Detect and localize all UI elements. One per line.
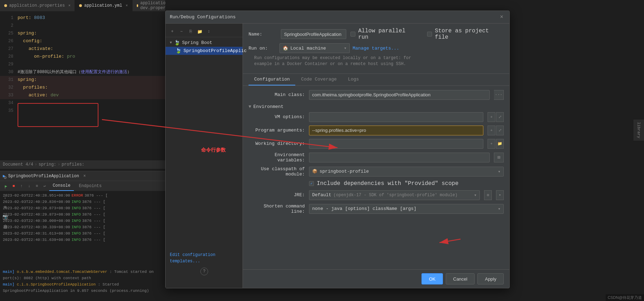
wrap-btn[interactable]: ↩ bbox=[41, 183, 48, 189]
filter-btn[interactable]: ≡ bbox=[34, 183, 40, 189]
allow-parallel-label: Allow parallel run bbox=[358, 28, 417, 40]
tab-application-dev-properties[interactable]: application-dev.properties × bbox=[133, 0, 166, 11]
tree-item-springboot[interactable]: ▼ 🍃 Spring Boot bbox=[166, 39, 243, 47]
vm-options-input[interactable] bbox=[309, 112, 483, 122]
console-log: 2023-02-03T22:40:28.951+08:00 ERROR 3876… bbox=[0, 191, 165, 244]
trash-icon[interactable]: 🗑 bbox=[1, 223, 9, 231]
sidebar-toolbar: + − ⎘ 📁 ↕ bbox=[166, 26, 243, 37]
tab-application-yml[interactable]: application.yml × bbox=[75, 0, 132, 11]
jre-default-text: Default bbox=[312, 192, 331, 198]
shorten-row: Shorten command line: none - java [optio… bbox=[249, 204, 504, 214]
camera-icon[interactable]: 📷 bbox=[1, 213, 9, 221]
endpoints-label: Endpoints bbox=[79, 184, 102, 188]
shorten-dropdown[interactable]: none - java [options] className [args] ▾ bbox=[309, 204, 504, 214]
workdir-expand-icon[interactable]: + bbox=[488, 139, 495, 149]
config-form: Main class: ··· ▼ Environment VM options… bbox=[243, 86, 509, 269]
environment-section-header[interactable]: ▼ Environment bbox=[249, 104, 504, 109]
include-deps-checkbox[interactable] bbox=[309, 181, 314, 186]
store-project-checkbox[interactable] bbox=[427, 32, 432, 37]
tab-configuration[interactable]: Configuration bbox=[249, 74, 295, 85]
move-config-button[interactable]: 📁 bbox=[196, 28, 204, 36]
runon-dropdown[interactable]: 🏠 Local machine ▾ bbox=[279, 43, 350, 53]
jre-settings-icon[interactable]: ⚙ bbox=[484, 190, 492, 200]
cancel-button[interactable]: Cancel bbox=[446, 273, 475, 284]
program-args-input[interactable] bbox=[309, 126, 483, 135]
tab-logs[interactable]: Logs bbox=[342, 74, 365, 85]
allow-parallel-row: Allow parallel run bbox=[350, 28, 417, 40]
settings-icon[interactable]: ⚙ bbox=[1, 174, 9, 181]
edit-templates-link[interactable]: Edit configuration templates... bbox=[166, 249, 243, 267]
tab-console[interactable]: Console bbox=[49, 181, 74, 191]
dialog-body: + − ⎘ 📁 ↕ ▼ 🍃 Spring Boot 🍃 SpringbootPr… bbox=[166, 24, 509, 288]
line-25: 25 spring: bbox=[0, 30, 165, 37]
line-26: 26 config: bbox=[0, 37, 165, 45]
working-dir-icons: + 📁 bbox=[488, 139, 504, 149]
jre-dropdown[interactable]: Default (openjdk-17 - SDK of 'springboot… bbox=[309, 190, 480, 200]
sort-config-button[interactable]: ↕ bbox=[205, 28, 213, 36]
console-label: Console bbox=[53, 183, 70, 188]
tab-endpoints[interactable]: Endpoints bbox=[75, 181, 105, 191]
vm-options-icons: + ⤢ bbox=[488, 112, 504, 122]
tree-item-profile-app[interactable]: 🍃 SpringbootProfileApplic bbox=[166, 47, 243, 55]
main-class-browse-button[interactable]: ··· bbox=[494, 90, 504, 100]
help-button[interactable]: ? bbox=[200, 268, 208, 275]
allow-parallel-checkbox[interactable] bbox=[350, 32, 355, 37]
run-close[interactable]: × bbox=[83, 174, 86, 179]
remove-config-button[interactable]: − bbox=[178, 28, 185, 36]
vm-fullscreen-icon[interactable]: ⤢ bbox=[496, 112, 504, 122]
footer-buttons: OK Cancel Apply bbox=[421, 273, 504, 284]
tab-application-properties[interactable]: application.properties × bbox=[0, 0, 75, 11]
vm-expand-icon[interactable]: + bbox=[488, 112, 495, 122]
jre-browse-icon[interactable]: ▾ bbox=[496, 190, 504, 200]
main-class-row: Main class: ··· bbox=[249, 90, 504, 100]
tab-label-3: application-dev.properties bbox=[140, 1, 165, 11]
runon-arrow-icon: ▾ bbox=[344, 45, 347, 51]
tree-arrow-springboot: ▼ bbox=[170, 41, 172, 45]
stop-btn[interactable]: ■ bbox=[11, 183, 17, 189]
classpath-dropdown[interactable]: 📦 springboot-profile ▾ bbox=[309, 167, 504, 177]
line-30: 30 #激活除了8080以外的其他端口（使用配置文件进行的激活） bbox=[0, 68, 165, 76]
extra-log-1: main] o.s.b.w.embedded.tomcat.TomcatWebS… bbox=[3, 269, 162, 281]
run-bar: ▶ SpringbootProfileApplication × bbox=[0, 171, 165, 181]
dialog-close-button[interactable]: × bbox=[498, 14, 505, 21]
classpath-arrow-icon: ▾ bbox=[498, 169, 501, 174]
env-var-browse-button[interactable]: ⊞ bbox=[494, 153, 504, 162]
add-config-button[interactable]: + bbox=[168, 28, 176, 36]
prog-expand-icon[interactable]: + bbox=[488, 126, 495, 135]
library-hint: library bbox=[633, 120, 644, 141]
breadcrumb-spring: spring: bbox=[39, 162, 56, 167]
tab-close-1[interactable]: × bbox=[68, 4, 70, 8]
line-35: 35 bbox=[0, 107, 165, 115]
prog-fullscreen-icon[interactable]: ⤢ bbox=[496, 126, 504, 135]
apply-button[interactable]: Apply bbox=[477, 273, 504, 284]
main-class-input[interactable] bbox=[309, 90, 490, 100]
tab-code-coverage[interactable]: Code Coverage bbox=[295, 74, 342, 85]
workdir-folder-icon[interactable]: 📁 bbox=[496, 139, 504, 149]
name-input[interactable] bbox=[281, 29, 346, 39]
arrow-down-icon[interactable]: ↓ bbox=[1, 193, 9, 201]
ok-button[interactable]: OK bbox=[421, 273, 443, 284]
dialog-footer: OK Cancel Apply bbox=[243, 269, 509, 288]
bottom-panel: ▶ SpringbootProfileApplication × ▶ ■ ↑ ↓… bbox=[0, 171, 165, 301]
copy-config-button[interactable]: ⎘ bbox=[187, 28, 194, 36]
log-row-7: 2023-02-03T22:40:31.613+08:00 INFO 3876 … bbox=[3, 230, 162, 237]
shorten-label: Shorten command line: bbox=[249, 204, 305, 214]
env-vars-input[interactable] bbox=[309, 153, 490, 162]
edit-templates-text[interactable]: Edit configuration templates... bbox=[170, 252, 215, 264]
extra-logs: main] o.s.b.w.embedded.tomcat.TomcatWebS… bbox=[0, 269, 165, 294]
up-btn[interactable]: ↑ bbox=[18, 183, 25, 189]
store-project-label: Store as project file bbox=[435, 28, 504, 40]
environment-label: Environment bbox=[253, 104, 284, 109]
config-header: Name: Allow parallel run Store as projec… bbox=[243, 24, 509, 74]
tree-label-springboot: Spring Boot bbox=[182, 40, 212, 45]
line-34: 34 bbox=[0, 99, 165, 107]
down-btn[interactable]: ↓ bbox=[26, 183, 32, 189]
tab-logs-label: Logs bbox=[348, 77, 359, 82]
manage-targets-link[interactable]: Manage targets... bbox=[353, 46, 399, 51]
tab-code-coverage-label: Code Coverage bbox=[301, 77, 336, 82]
working-dir-input[interactable] bbox=[309, 139, 483, 149]
tab-close-2[interactable]: × bbox=[125, 4, 128, 8]
line-1: 1 port: 8083 bbox=[0, 14, 165, 22]
filter-icon[interactable]: ≡ bbox=[1, 203, 9, 211]
arrow-up-icon[interactable]: ↑ bbox=[1, 184, 9, 191]
